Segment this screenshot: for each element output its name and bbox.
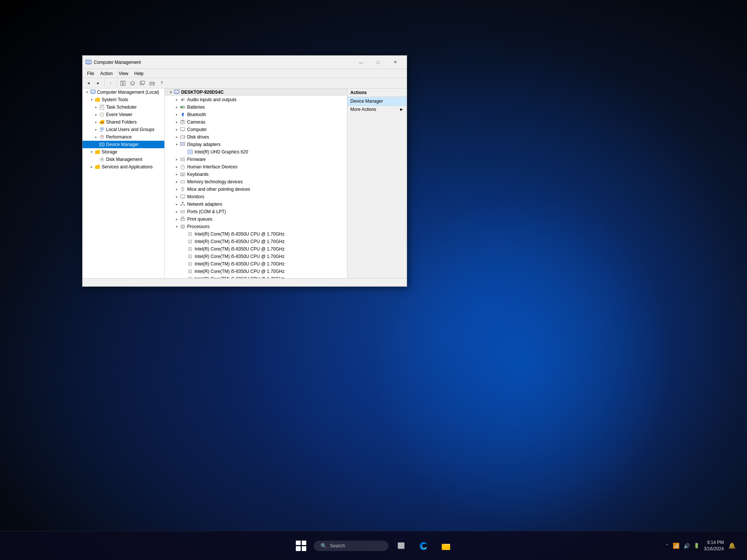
device-monitors[interactable]: ▸ Monitors <box>165 193 347 200</box>
expand-icon <box>181 149 187 155</box>
tree-item-device-manager[interactable]: Device Manager <box>83 141 164 148</box>
tree-label-local-users: Local Users and Groups <box>106 127 154 132</box>
show-hide-button[interactable] <box>118 79 127 87</box>
svg-rect-91 <box>189 241 191 242</box>
expand-icon: ▸ <box>174 171 180 177</box>
device-cameras[interactable]: ▸ Cameras <box>165 118 347 126</box>
device-ports[interactable]: ▸ Ports (COM & LPT) <box>165 208 347 215</box>
device-cpu-5[interactable]: Intel(R) Core(TM) i5-8350U CPU @ 1.70GHz <box>165 268 347 275</box>
device-keyboards[interactable]: ▸ Keyboards <box>165 171 347 178</box>
device-bluetooth[interactable]: ▸ Bluetooth <box>165 111 347 118</box>
wifi-icon[interactable]: 📶 <box>673 542 680 549</box>
tree-item-disk-management[interactable]: Disk Management <box>83 156 164 163</box>
device-mice[interactable]: ▸ Mice and other pointing devices <box>165 186 347 193</box>
device-cpu-4[interactable]: Intel(R) Core(TM) i5-8350U CPU @ 1.70GHz <box>165 260 347 268</box>
properties-button[interactable]: i <box>128 79 137 87</box>
folder-icon <box>94 97 100 103</box>
toolbar: ◄ ► ↑ i EXP ? <box>83 78 407 88</box>
expand-icon: ▸ <box>93 104 99 110</box>
device-network[interactable]: ▸ Network adapters <box>165 200 347 208</box>
bluetooth-icon <box>180 112 186 118</box>
device-processors[interactable]: ▾ Processors <box>165 223 347 230</box>
expand-icon: ▸ <box>93 112 99 118</box>
forward-button[interactable]: ► <box>94 79 103 87</box>
toolbar-separator-1 <box>104 80 105 86</box>
window-title: Computer Management <box>94 60 352 65</box>
svg-rect-77 <box>182 220 184 221</box>
device-batteries[interactable]: ▸ Batteries <box>165 103 347 111</box>
device-audio[interactable]: ▸ Audio inputs and outputs <box>165 96 347 103</box>
tree-item-shared-folders[interactable]: ▸ 📤 Shared Folders <box>83 118 164 126</box>
minimize-button[interactable]: — <box>352 56 369 68</box>
services-icon <box>94 164 100 170</box>
device-cpu-1[interactable]: Intel(R) Core(TM) i5-8350U CPU @ 1.70GHz <box>165 238 347 245</box>
tree-item-storage[interactable]: ▾ Storage <box>83 148 164 156</box>
menu-view[interactable]: View <box>116 70 131 77</box>
tree-item-performance[interactable]: ▸ Performance <box>83 133 164 141</box>
explorer-button[interactable] <box>436 536 456 556</box>
tree-item-services[interactable]: ▸ Services and Applications <box>83 163 164 171</box>
tree-item-task-scheduler[interactable]: ▸ Task Scheduler <box>83 103 164 111</box>
tree-label-storage: Storage <box>102 149 117 155</box>
device-computer[interactable]: ▸ Computer <box>165 126 347 133</box>
firmware-icon <box>180 156 186 162</box>
export-button[interactable]: EXP <box>148 79 156 87</box>
users-icon <box>99 127 105 133</box>
computer-icon <box>90 89 96 95</box>
device-disk-drives[interactable]: ▸ Disk drives <box>165 133 347 141</box>
taskview-button[interactable]: ⬜ <box>391 536 411 556</box>
device-memory[interactable]: ▸ Memory technology devices <box>165 178 347 186</box>
svg-rect-58 <box>182 180 182 181</box>
device-manager-pane: ▾ DESKTOP-920DS4C ▸ Audio inputs and out… <box>165 88 347 278</box>
computer-management-window: Computer Management — □ ✕ File Action Vi… <box>82 55 407 287</box>
battery-icon[interactable]: 🔋 <box>694 543 700 548</box>
expand-icon: ▾ <box>168 89 174 95</box>
volume-icon[interactable]: 🔊 <box>684 543 690 549</box>
expand-icon: ▾ <box>89 97 94 103</box>
actions-more-actions[interactable]: More Actions ► <box>347 106 407 113</box>
device-display-adapters[interactable]: ▾ Display adapters <box>165 141 347 148</box>
taskbar-center: 🔍 Search ⬜ <box>291 536 456 556</box>
tree-item-event-viewer[interactable]: ▸ ! Event Viewer <box>83 111 164 118</box>
device-firmware[interactable]: ▸ Firmware <box>165 156 347 163</box>
device-tree-header[interactable]: ▾ DESKTOP-920DS4C <box>165 88 347 96</box>
edge-button[interactable] <box>414 536 433 556</box>
device-uhd-graphics[interactable]: Intel(R) UHD Graphics 620 <box>165 148 347 156</box>
back-button[interactable]: ◄ <box>84 79 93 87</box>
device-print-queues[interactable]: ▸ Print queues <box>165 215 347 223</box>
svg-rect-37 <box>182 120 184 121</box>
chevron-up-icon[interactable]: ⌃ <box>665 543 669 548</box>
new-window-button[interactable] <box>138 79 147 87</box>
actions-device-manager[interactable]: Device Manager <box>347 97 407 106</box>
device-hid[interactable]: ▸ Human Interface Devices <box>165 163 347 171</box>
menu-file[interactable]: File <box>84 70 97 77</box>
svg-rect-47 <box>189 151 192 153</box>
device-cpu-2[interactable]: Intel(R) Core(TM) i5-8350U CPU @ 1.70GHz <box>165 245 347 253</box>
notification-icon[interactable]: 🔔 <box>728 542 736 549</box>
device-cpu-3[interactable]: Intel(R) Core(TM) i5-8350U CPU @ 1.70GHz <box>165 253 347 260</box>
close-button[interactable]: ✕ <box>387 56 404 68</box>
clock-time: 9:14 PM <box>707 539 724 546</box>
cpu-chip-icon <box>187 246 193 252</box>
actions-device-manager-label: Device Manager <box>350 99 383 104</box>
device-label-mice: Mice and other pointing devices <box>187 187 250 192</box>
svg-rect-1 <box>87 61 90 63</box>
tree-item-system-tools[interactable]: ▾ System Tools <box>83 96 164 103</box>
menu-action[interactable]: Action <box>97 70 115 77</box>
svg-rect-53 <box>181 174 182 174</box>
clock[interactable]: 9:14 PM 3/16/2024 <box>704 539 724 552</box>
device-label-cpu-4: Intel(R) Core(TM) i5-8350U CPU @ 1.70GHz <box>195 261 285 267</box>
window-controls: — □ ✕ <box>352 56 404 68</box>
search-button[interactable]: 🔍 Search <box>314 541 388 551</box>
tree-item-local-users[interactable]: ▸ Local Users and Groups <box>83 126 164 133</box>
menu-help[interactable]: Help <box>131 70 147 77</box>
device-cpu-0[interactable]: Intel(R) Core(TM) i5-8350U CPU @ 1.70GHz <box>165 230 347 238</box>
window-body: ▾ Computer Management (Local) ▾ <box>83 88 407 278</box>
display-adapters-icon <box>180 141 186 147</box>
help-button[interactable]: ? <box>157 79 166 87</box>
maximize-button[interactable]: □ <box>369 56 387 68</box>
start-button[interactable] <box>291 536 311 556</box>
device-cpu-6[interactable]: Intel(R) Core(TM) i5-8350U CPU @ 1.70GHz <box>165 275 347 278</box>
tree-item-root[interactable]: ▾ Computer Management (Local) <box>83 88 164 96</box>
up-button[interactable]: ↑ <box>106 79 115 87</box>
